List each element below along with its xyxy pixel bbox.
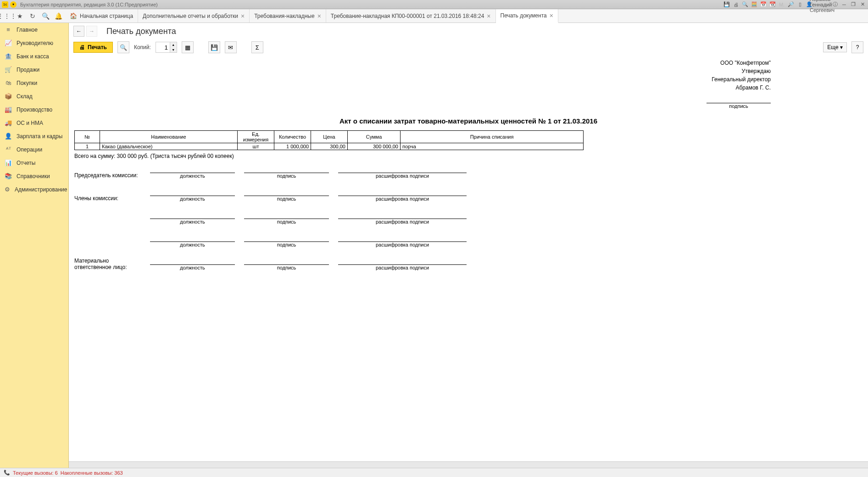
table-row: 1 Какао (давальческое) шт 1 000,000 300,… bbox=[75, 143, 584, 150]
titlebar-right: 💾 🖨 🔍 🧮 📅 📆 M. 🔎 ▯ 👤 Абрамов Геннадий Се… bbox=[723, 1, 866, 8]
content-header: ← → Печать документа bbox=[69, 23, 868, 39]
back-button[interactable]: ← bbox=[73, 26, 84, 37]
sidebar-item-sales[interactable]: 🛒Продажи bbox=[0, 63, 68, 76]
th-name: Наименование bbox=[100, 131, 238, 143]
spinner-up-icon[interactable]: ▲ bbox=[170, 42, 177, 47]
save-button[interactable]: 💾 bbox=[208, 41, 220, 53]
cap-position: должность bbox=[150, 173, 235, 179]
print-button[interactable]: 🖨 Печать bbox=[73, 42, 113, 53]
sidebar-item-label: Операции bbox=[17, 146, 42, 153]
panel-icon[interactable]: ▯ bbox=[796, 1, 804, 8]
sidebar-item-operations[interactable]: ᴬᵀОперации bbox=[0, 143, 68, 156]
tab-requirements[interactable]: Требования-накладные × bbox=[250, 9, 326, 22]
forward-button[interactable]: → bbox=[86, 26, 97, 37]
page-title: Печать документа bbox=[106, 27, 176, 36]
preview-button[interactable]: 🔍 bbox=[117, 41, 129, 53]
calc-icon[interactable]: 🧮 bbox=[751, 1, 758, 8]
bell-icon[interactable]: 🔔 bbox=[54, 12, 62, 20]
toolbar-left: ⋮⋮⋮ ★ ↻ 🔍 🔔 bbox=[0, 9, 65, 22]
sidebar-item-label: Производство bbox=[17, 107, 52, 113]
spinner-down-icon[interactable]: ▼ bbox=[170, 47, 177, 52]
tabs: 🏠 Начальная страница Дополнительные отче… bbox=[65, 9, 868, 22]
bank-icon: 🏦 bbox=[5, 53, 12, 60]
tab-label: Печать документа bbox=[501, 12, 547, 19]
search-icon[interactable]: 🔍 bbox=[41, 12, 50, 20]
cart-icon: 🛒 bbox=[5, 66, 12, 73]
sidebar-item-salary[interactable]: 👤Зарплата и кадры bbox=[0, 129, 68, 143]
copies-spinner[interactable]: ▲ ▼ bbox=[156, 42, 177, 53]
tab-home[interactable]: 🏠 Начальная страница bbox=[65, 9, 138, 22]
preview-icon[interactable]: 🔍 bbox=[741, 1, 749, 8]
sum-button[interactable]: Σ bbox=[251, 41, 263, 53]
main-toolbar: ⋮⋮⋮ ★ ↻ 🔍 🔔 🏠 Начальная страница Дополни… bbox=[0, 9, 868, 23]
titlebar: 1с ▾ Бухгалтерия предприятия, редакция 3… bbox=[0, 0, 868, 9]
schedule-icon[interactable]: 📆 bbox=[769, 1, 776, 8]
document-area[interactable]: ООО "Конфетпром" Утверждаю Генеральный д… bbox=[69, 55, 868, 461]
sidebar: ≡Главное 📈Руководителю 🏦Банк и касса 🛒Пр… bbox=[0, 23, 69, 468]
print-icon[interactable]: 🖨 bbox=[732, 1, 740, 8]
person-icon: 👤 bbox=[5, 133, 12, 140]
dropdown-icon[interactable]: ▾ bbox=[10, 1, 17, 8]
history-icon[interactable]: ↻ bbox=[28, 12, 37, 20]
sidebar-item-admin[interactable]: ⚙Администрирование bbox=[0, 183, 68, 196]
sidebar-item-label: ОС и НМА bbox=[17, 120, 43, 126]
m-icon[interactable]: M. bbox=[778, 1, 785, 8]
printer-icon: 🖨 bbox=[79, 44, 85, 51]
truck-icon: 🚚 bbox=[5, 119, 12, 126]
user-name[interactable]: Абрамов Геннадий Сергеевич bbox=[818, 1, 826, 8]
cap-decipher: расшифровка подписи bbox=[338, 173, 467, 179]
minimize-icon[interactable]: ─ bbox=[840, 1, 848, 8]
operations-icon: ᴬᵀ bbox=[5, 146, 12, 153]
mail-button[interactable]: ✉ bbox=[225, 41, 237, 53]
maximize-icon[interactable]: ❐ bbox=[850, 1, 857, 8]
sidebar-item-label: Отчеты bbox=[17, 160, 35, 166]
sidebar-item-label: Справочники bbox=[17, 173, 50, 180]
cell-price: 300,00 bbox=[311, 143, 348, 150]
help-button[interactable]: ? bbox=[851, 41, 863, 53]
apps-icon[interactable]: ⋮⋮⋮ bbox=[3, 12, 11, 20]
approve-text: Утверждаю bbox=[74, 67, 771, 75]
save-icon[interactable]: 💾 bbox=[723, 1, 730, 8]
close-icon[interactable]: × bbox=[241, 12, 245, 20]
sidebar-item-label: Администрирование bbox=[15, 186, 67, 193]
horizontal-scrollbar[interactable] bbox=[69, 461, 868, 468]
sidebar-item-assets[interactable]: 🚚ОС и НМА bbox=[0, 116, 68, 129]
sidebar-item-main[interactable]: ≡Главное bbox=[0, 23, 68, 36]
sidebar-item-warehouse[interactable]: 📦Склад bbox=[0, 90, 68, 103]
tab-label: Требование-накладная КП00-000001 от 21.0… bbox=[331, 13, 484, 19]
cell-qty: 1 000,000 bbox=[274, 143, 311, 150]
sidebar-item-reports[interactable]: 📊Отчеты bbox=[0, 156, 68, 169]
star-icon[interactable]: ★ bbox=[16, 12, 24, 20]
tab-print-doc[interactable]: Печать документа × bbox=[496, 9, 558, 23]
close-icon[interactable]: ✕ bbox=[859, 1, 866, 8]
close-icon[interactable]: × bbox=[550, 12, 553, 19]
th-sum: Сумма bbox=[348, 131, 401, 143]
table-button[interactable]: ▦ bbox=[182, 41, 194, 53]
sidebar-item-label: Банк и касса bbox=[17, 53, 49, 60]
box-icon: 📦 bbox=[5, 93, 12, 100]
sidebar-item-reference[interactable]: 📚Справочники bbox=[0, 169, 68, 183]
tab-requirement-doc[interactable]: Требование-накладная КП00-000001 от 21.0… bbox=[326, 9, 496, 22]
sidebar-item-manager[interactable]: 📈Руководителю bbox=[0, 36, 68, 50]
status-current: Текущие вызовы: 6 bbox=[13, 470, 58, 476]
sidebar-item-label: Главное bbox=[17, 27, 38, 33]
doc-title: Акт о списании затрат товарно-материальн… bbox=[74, 117, 862, 125]
zoom-icon[interactable]: 🔎 bbox=[787, 1, 795, 8]
sidebar-item-purchases[interactable]: 🛍Покупки bbox=[0, 76, 68, 90]
cap-sign: подпись bbox=[244, 173, 329, 179]
copies-label: Копий: bbox=[134, 44, 151, 51]
sidebar-item-bank[interactable]: 🏦Банк и касса bbox=[0, 50, 68, 63]
close-icon[interactable]: × bbox=[487, 12, 490, 20]
info-icon[interactable]: ⓘ bbox=[831, 1, 839, 8]
sidebar-item-production[interactable]: 🏭Производство bbox=[0, 103, 68, 116]
calendar-icon[interactable]: 📅 bbox=[760, 1, 767, 8]
copies-input[interactable] bbox=[156, 42, 170, 52]
tab-reports[interactable]: Дополнительные отчеты и обработки × bbox=[138, 9, 250, 22]
gear-icon: ⚙ bbox=[5, 186, 10, 193]
sidebar-item-label: Покупки bbox=[17, 80, 37, 86]
close-icon[interactable]: × bbox=[317, 12, 321, 20]
menu-icon: ≡ bbox=[5, 26, 12, 33]
sidebar-item-label: Склад bbox=[17, 93, 33, 100]
sidebar-item-label: Руководителю bbox=[17, 40, 53, 46]
more-button[interactable]: Еще ▾ bbox=[823, 42, 847, 52]
